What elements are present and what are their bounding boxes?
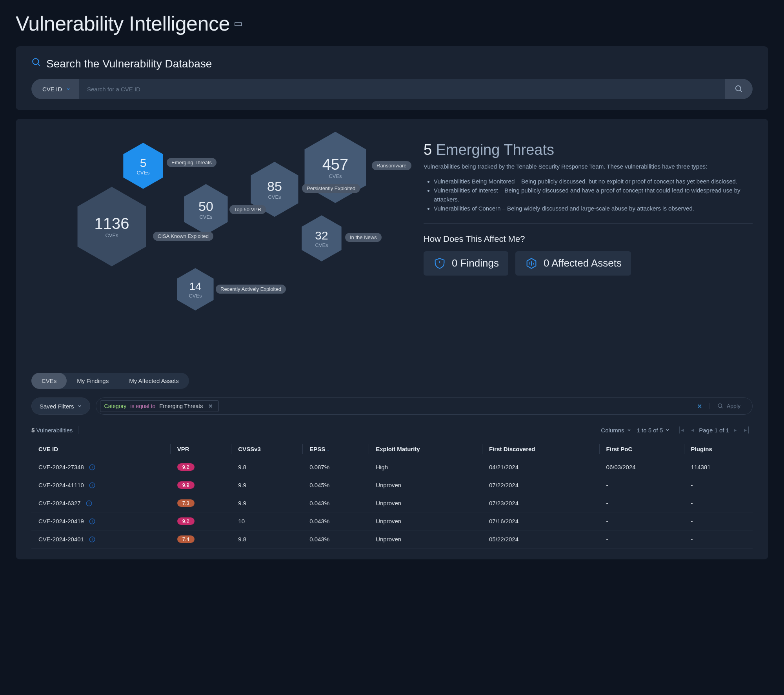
- columns-label: Columns: [601, 427, 624, 434]
- pager-prev[interactable]: ◂: [689, 426, 697, 434]
- hex-count: 32: [315, 229, 328, 242]
- saved-filters-label: Saved Filters: [40, 403, 74, 410]
- pager-next[interactable]: ▸: [731, 426, 739, 434]
- cvss-cell: 9.9: [231, 494, 302, 512]
- info-icon[interactable]: [89, 518, 96, 525]
- tab-assets[interactable]: My Affected Assets: [119, 373, 189, 389]
- shield-icon: [433, 257, 446, 270]
- saved-filters-dropdown[interactable]: Saved Filters: [31, 397, 90, 415]
- search-icon: [717, 403, 724, 409]
- range-label: 1 to 5 of 5: [637, 427, 663, 434]
- plugins-cell: -: [684, 530, 753, 548]
- svg-line-16: [721, 407, 722, 408]
- search-panel: Search the Vulnerability Database CVE ID: [16, 46, 768, 110]
- svg-point-0: [33, 58, 38, 64]
- info-icon[interactable]: [89, 482, 96, 489]
- cve-id: CVE-2024-27348: [38, 464, 84, 470]
- findings-button[interactable]: 0 Findings: [424, 251, 508, 276]
- info-icon[interactable]: [89, 536, 96, 543]
- table-row[interactable]: CVE-2024-273489.29.80.087%High04/21/2024…: [31, 458, 753, 476]
- maturity-cell: Unproven: [369, 494, 482, 512]
- table-row[interactable]: CVE-2024-204199.2100.043%Unproven07/16/2…: [31, 512, 753, 530]
- hex-cisa[interactable]: 1136 CVEs: [75, 185, 149, 269]
- maturity-cell: High: [369, 458, 482, 476]
- overview-panel: 5 CVEs Emerging Threats 1136 CVEs CISA K…: [16, 119, 768, 559]
- table-header-row: CVE ID VPR CVSSv3 EPSS↓ Exploit Maturity…: [31, 440, 753, 458]
- table-row[interactable]: CVE-2024-204017.49.80.043%Unproven05/22/…: [31, 530, 753, 548]
- col-cvss[interactable]: CVSSv3: [231, 440, 302, 458]
- table-row[interactable]: CVE-2024-411109.99.90.045%Unproven07/22/…: [31, 476, 753, 494]
- hex-label-recent: Recently Actively Exploited: [216, 285, 286, 294]
- filter-expression-bar[interactable]: Category is equal to Emerging Threats ✕ …: [96, 397, 753, 415]
- search-header: Search the Vulnerability Database: [31, 57, 753, 70]
- hex-emerging-threats[interactable]: 5 CVEs: [122, 142, 165, 190]
- clear-filters-button[interactable]: ✕: [693, 403, 706, 410]
- hex-sub: CVEs: [199, 214, 212, 220]
- hex-label-persistent: Persistently Exploited: [302, 184, 360, 193]
- assets-text: 0 Affected Assets: [544, 257, 622, 269]
- col-cve[interactable]: CVE ID: [31, 440, 170, 458]
- filter-field: Category: [104, 403, 127, 409]
- table-controls: 5 Vulnerabilities Columns 1 to 5 of 5 ⎮◂…: [31, 426, 753, 434]
- bookmark-icon[interactable]: ▭: [234, 18, 243, 29]
- col-maturity[interactable]: Exploit Maturity: [369, 440, 482, 458]
- plugins-cell: -: [684, 494, 753, 512]
- poc-cell: -: [599, 494, 684, 512]
- chevron-down-icon: [627, 428, 631, 432]
- col-epss[interactable]: EPSS↓: [302, 440, 369, 458]
- discovered-cell: 07/23/2024: [482, 494, 599, 512]
- tabs: CVEs My Findings My Affected Assets: [31, 373, 189, 389]
- hex-sub: CVEs: [329, 173, 342, 179]
- remove-chip-button[interactable]: ✕: [207, 403, 215, 409]
- discovered-cell: 07/22/2024: [482, 476, 599, 494]
- hex-count: 14: [189, 280, 201, 293]
- hex-recent[interactable]: 14 CVEs: [176, 267, 215, 312]
- hex-count: 1136: [95, 215, 129, 232]
- cve-id: CVE-2024-20401: [38, 536, 84, 543]
- cvss-cell: 9.8: [231, 530, 302, 548]
- svg-point-25: [89, 502, 89, 502]
- search-input[interactable]: [79, 79, 725, 99]
- col-discovered[interactable]: First Discovered: [482, 440, 599, 458]
- tab-cves[interactable]: CVEs: [31, 373, 67, 389]
- info-icon[interactable]: [85, 500, 93, 507]
- detail-title-text: Emerging Threats: [436, 142, 554, 158]
- apply-label: Apply: [727, 403, 740, 409]
- pager-first[interactable]: ⎮◂: [675, 426, 686, 434]
- detail-title: 5 Emerging Threats: [424, 142, 753, 158]
- poc-cell: -: [599, 476, 684, 494]
- cve-id: CVE-2024-20419: [38, 518, 84, 524]
- search-type-dropdown[interactable]: CVE ID: [31, 79, 79, 99]
- svg-point-31: [92, 538, 93, 538]
- svg-point-28: [92, 520, 93, 520]
- hex-news[interactable]: 32 CVEs: [300, 214, 343, 263]
- cvss-cell: 10: [231, 512, 302, 530]
- hex-sub: CVEs: [189, 293, 202, 299]
- hex-chart: 5 CVEs Emerging Threats 1136 CVEs CISA K…: [31, 130, 408, 357]
- hex-icon: [525, 257, 538, 270]
- search-header-text: Search the Vulnerability Database: [46, 58, 212, 70]
- col-plugins[interactable]: Plugins: [684, 440, 753, 458]
- vpr-pill: 7.4: [177, 535, 195, 543]
- svg-point-2: [736, 86, 741, 91]
- col-vpr[interactable]: VPR: [170, 440, 231, 458]
- columns-dropdown[interactable]: Columns: [601, 427, 631, 434]
- affected-assets-button[interactable]: 0 Affected Assets: [515, 251, 631, 276]
- search-button[interactable]: [725, 79, 753, 99]
- search-row: CVE ID: [31, 79, 753, 99]
- epss-cell: 0.043%: [302, 530, 369, 548]
- filter-chip[interactable]: Category is equal to Emerging Threats ✕: [100, 400, 219, 412]
- apply-button[interactable]: Apply: [709, 403, 748, 409]
- col-poc[interactable]: First PoC: [599, 440, 684, 458]
- pager-last[interactable]: ▸⎮: [742, 426, 753, 434]
- range-dropdown[interactable]: 1 to 5 of 5: [637, 427, 670, 434]
- result-count: 5: [31, 427, 35, 434]
- hex-ransomware[interactable]: 457 CVEs: [302, 130, 369, 205]
- hex-label-top50: Top 50 VPR: [229, 205, 266, 214]
- hex-top50[interactable]: 50 CVEs: [182, 183, 229, 236]
- tab-findings[interactable]: My Findings: [67, 373, 119, 389]
- page-title: Vulnerability Intelligence ▭: [16, 12, 768, 35]
- chevron-down-icon: [665, 428, 670, 432]
- table-row[interactable]: CVE-2024-63277.39.90.043%Unproven07/23/2…: [31, 494, 753, 512]
- info-icon[interactable]: [89, 464, 96, 471]
